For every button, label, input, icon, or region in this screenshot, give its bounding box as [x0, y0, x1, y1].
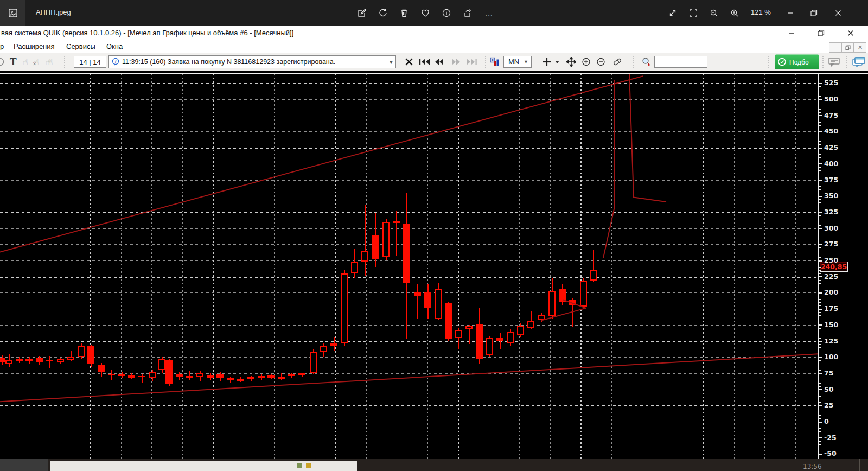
- edit-icon: [357, 8, 367, 18]
- axis-minor-tick: [818, 338, 821, 339]
- message-dropdown[interactable]: i 11:39:15 (160) Заявка на покупку N 381…: [108, 55, 396, 68]
- v-gridline: [90, 74, 91, 459]
- partial-tool-icon[interactable]: [0, 57, 5, 67]
- text-tool-icon[interactable]: T: [10, 56, 17, 68]
- v-gridline: [550, 74, 551, 459]
- axis-minor-tick: [818, 451, 821, 451]
- share-button[interactable]: [461, 7, 474, 20]
- candle-wick: [142, 374, 143, 383]
- photos-restore-button[interactable]: [807, 7, 820, 20]
- prev-page-button[interactable]: [434, 58, 445, 66]
- quik-minimize-button[interactable]: [783, 28, 800, 38]
- info-button[interactable]: [440, 7, 453, 20]
- pick-button[interactable]: Подбо: [775, 55, 819, 69]
- axis-tick: [818, 115, 822, 116]
- eraser-tool-button[interactable]: [612, 57, 623, 67]
- tray-icon: [306, 463, 311, 468]
- trade-message: 11:39:15 (160) Заявка на покупку N 38116…: [122, 58, 387, 66]
- mdi-minimize-button[interactable]: –: [829, 42, 841, 53]
- quik-close-button[interactable]: [843, 28, 859, 38]
- last-page-button[interactable]: [465, 58, 477, 66]
- mdi-restore-button[interactable]: [841, 42, 854, 53]
- zoom-out-chart-button[interactable]: [596, 58, 605, 67]
- add-chart-button[interactable]: [542, 58, 551, 66]
- edit-image-button[interactable]: [355, 7, 368, 20]
- axis-minor-tick: [818, 332, 821, 332]
- image-icon: [8, 8, 18, 18]
- add-chart-dropdown[interactable]: [554, 60, 560, 64]
- tray-icon: [297, 463, 302, 468]
- axis-minor-tick: [818, 267, 821, 268]
- axis-minor-tick: [818, 193, 821, 193]
- chat-button[interactable]: [852, 56, 866, 67]
- axis-minor-tick: [818, 129, 821, 129]
- chevron-down-icon: ▼: [524, 59, 531, 65]
- hand-cancel-tool-icon[interactable]: ☝✕: [34, 57, 39, 67]
- photos-close-button[interactable]: [832, 7, 845, 20]
- candle-body: [548, 291, 556, 316]
- photos-minimize-button[interactable]: [784, 7, 797, 20]
- h-gridline: [0, 116, 817, 116]
- minimize-icon: [788, 29, 795, 37]
- zoom-in-button[interactable]: [728, 7, 741, 20]
- pan-tool-button[interactable]: [566, 57, 576, 67]
- quik-restore-button[interactable]: [813, 28, 829, 38]
- chart-type-icon[interactable]: [490, 58, 500, 67]
- candle-body: [25, 359, 33, 362]
- search-tool-icon[interactable]: [641, 57, 652, 67]
- zoom-in-chart-button[interactable]: [582, 58, 591, 67]
- candle-body: [465, 326, 473, 329]
- menu-item-windows[interactable]: Окна: [106, 42, 123, 50]
- axis-minor-tick: [818, 264, 821, 264]
- axis-minor-tick: [818, 425, 821, 425]
- order-counter: 14 | 14: [74, 56, 106, 68]
- menu-item-partial[interactable]: р: [0, 42, 4, 50]
- axis-minor-tick: [818, 418, 821, 419]
- candle-body: [258, 376, 265, 378]
- fit-screen-button[interactable]: [687, 7, 700, 20]
- price-chart[interactable]: 240,85 -50-25025507510012515017520022525…: [0, 71, 868, 459]
- axis-tick: [818, 163, 822, 164]
- axis-minor-tick: [818, 112, 821, 113]
- clear-message-button[interactable]: [404, 58, 414, 66]
- rotate-button[interactable]: [376, 7, 390, 20]
- candle-body: [118, 374, 125, 376]
- next-page-button[interactable]: [450, 58, 461, 66]
- hand-tool-icon[interactable]: ☝: [23, 57, 28, 67]
- v-gridline: [611, 74, 612, 459]
- messages-button[interactable]: [828, 56, 841, 67]
- delete-button[interactable]: [398, 7, 411, 20]
- axis-minor-tick: [818, 174, 821, 174]
- menu-item-services[interactable]: Сервисы: [66, 42, 95, 50]
- candle-body: [424, 292, 431, 308]
- candle-wick: [111, 370, 112, 380]
- axis-tick: [818, 148, 822, 149]
- candle-body: [237, 379, 244, 381]
- axis-label: 450: [824, 127, 847, 135]
- more-button[interactable]: …: [482, 7, 495, 20]
- axis-tick: [818, 324, 822, 326]
- mdi-close-button[interactable]: ✕: [854, 42, 866, 53]
- axis-minor-tick: [818, 431, 821, 432]
- axis-minor-tick: [818, 444, 821, 445]
- favorite-button[interactable]: [419, 7, 432, 20]
- menu-item-extensions[interactable]: Расширения: [14, 42, 55, 50]
- candle-body: [78, 346, 85, 357]
- h-gridline: [0, 131, 817, 132]
- actual-size-button[interactable]: [666, 7, 679, 20]
- double-hand-tool-icon[interactable]: ☝☝: [46, 57, 49, 67]
- interval-select[interactable]: MN ▼: [503, 56, 532, 68]
- zoom-out-button[interactable]: [707, 7, 720, 20]
- search-input[interactable]: [654, 56, 707, 68]
- candle-body: [158, 359, 165, 370]
- axis-minor-tick: [818, 141, 821, 142]
- candle-body: [414, 292, 421, 296]
- h-gridline: [0, 292, 817, 293]
- axis-minor-tick: [818, 370, 821, 371]
- first-page-button[interactable]: [419, 58, 431, 66]
- axis-minor-tick: [818, 215, 821, 216]
- axis-minor-tick: [818, 380, 821, 380]
- photos-app-tile[interactable]: [0, 0, 25, 26]
- axis-minor-tick: [818, 344, 821, 345]
- h-gridline: [0, 164, 817, 164]
